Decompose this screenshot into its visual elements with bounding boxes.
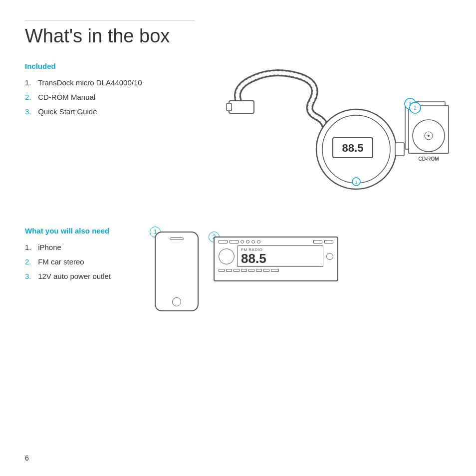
included-label: Included [25, 62, 155, 70]
stereo-bottom-row [219, 269, 333, 272]
list-item: 2. CD-ROM Manual [25, 92, 155, 102]
stereo-middle-row: FM RADIO 88.5 [219, 245, 333, 267]
stereo-dot [246, 240, 249, 243]
item-num: 2. [25, 256, 36, 267]
item-text: iPhone [38, 243, 61, 251]
stereo-btn [256, 269, 262, 272]
stereo-body: FM RADIO 88.5 [214, 237, 338, 281]
stereo-btn [234, 269, 239, 272]
svg-rect-8 [395, 143, 404, 156]
svg-rect-0 [229, 101, 254, 113]
item-text: 12V auto power outlet [38, 272, 111, 280]
also-need-illustrations: 1 2 [155, 227, 451, 311]
included-list: 1. TransDock micro DLA44000/10 2. CD-ROM… [25, 77, 155, 117]
device-illustration: 88.5 1 CD-ROM 2 [202, 62, 451, 202]
stereo-display: FM RADIO 88.5 [238, 245, 323, 267]
item-text: CD-ROM Manual [38, 93, 95, 101]
item-num: 3. [25, 106, 36, 117]
also-need-left: What you will also need 1. iPhone 2. FM … [25, 227, 155, 291]
item-num: 2. [25, 92, 36, 102]
stereo-freq-value: 88.5 [241, 252, 320, 265]
also-need-label: What you will also need [25, 227, 155, 235]
item-num: 3. [25, 271, 36, 281]
also-need-list: 1. iPhone 2. FM car stereo 3. 12V auto p… [25, 242, 155, 281]
also-need-section: What you will also need 1. iPhone 2. FM … [25, 227, 451, 311]
item-text: TransDock micro DLA44000/10 [38, 78, 142, 87]
iphone-speaker [170, 238, 184, 240]
list-item: 1. iPhone [25, 242, 155, 252]
stereo-btn [313, 240, 322, 243]
svg-text:88.5: 88.5 [342, 142, 364, 154]
list-item: 3. 12V auto power outlet [25, 271, 155, 281]
stereo-top-row [219, 240, 333, 243]
device-svg: 88.5 1 CD-ROM 2 [202, 62, 451, 202]
included-left: Included 1. TransDock micro DLA44000/10 … [25, 62, 155, 127]
stereo-illustration: 2 [214, 237, 338, 281]
item-num: 1. [25, 77, 36, 88]
stereo-btn [226, 269, 232, 272]
stereo-btn [219, 240, 228, 243]
page-container: What's in the box Included 1. TransDock … [0, 0, 476, 326]
stereo-btn [271, 269, 279, 272]
svg-text:1: 1 [355, 180, 357, 185]
page-number: 6 [25, 454, 29, 462]
list-item: 2. FM car stereo [25, 256, 155, 267]
stereo-btn [230, 240, 238, 243]
item-text: FM car stereo [38, 257, 84, 266]
list-item: 3. Quick Start Guide [25, 106, 155, 117]
stereo-btn [219, 269, 225, 272]
stereo-btn [241, 269, 247, 272]
stereo-inner: FM RADIO 88.5 [215, 238, 337, 280]
page-title: What's in the box [25, 25, 451, 47]
stereo-dot [257, 240, 260, 243]
stereo-side-knob [326, 253, 333, 260]
iphone-home-button [172, 297, 181, 306]
item-text: Quick Start Guide [38, 107, 97, 116]
stereo-btn [263, 269, 269, 272]
stereo-knob [219, 248, 235, 264]
included-section: Included 1. TransDock micro DLA44000/10 … [25, 62, 451, 202]
svg-rect-1 [227, 103, 232, 111]
iphone-body [155, 232, 199, 311]
stereo-dot [240, 240, 244, 243]
top-rule [25, 20, 195, 20]
item-num: 1. [25, 242, 36, 252]
svg-point-20 [428, 135, 430, 137]
svg-text:2: 2 [414, 105, 417, 111]
stereo-btn [324, 240, 333, 243]
device-illustration-area: 88.5 1 CD-ROM 2 [155, 62, 451, 202]
svg-text:CD-ROM: CD-ROM [418, 156, 439, 162]
iphone-illustration: 1 [155, 232, 199, 311]
iphone-screen [159, 242, 194, 295]
list-item: 1. TransDock micro DLA44000/10 [25, 77, 155, 88]
stereo-btn [248, 269, 254, 272]
stereo-dot [251, 240, 255, 243]
